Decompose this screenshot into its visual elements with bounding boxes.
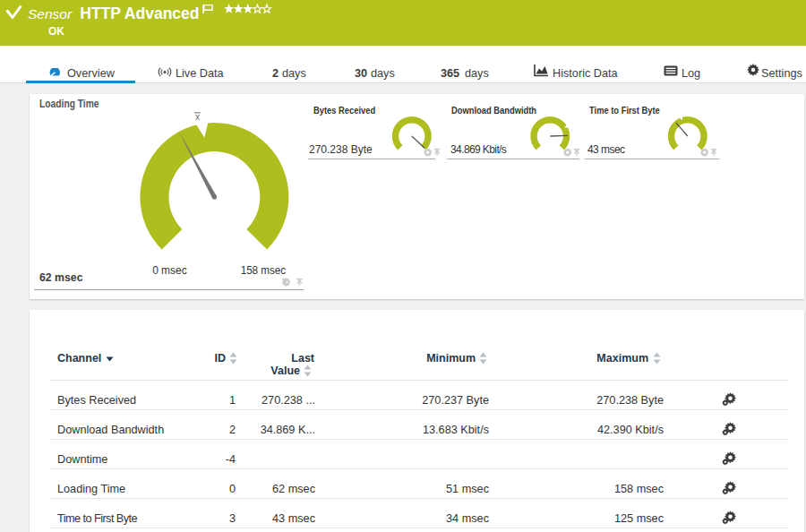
svg-text:x: x <box>195 112 200 122</box>
svg-text:158 msec: 158 msec <box>241 263 287 277</box>
svg-text:0 msec: 0 msec <box>152 263 187 277</box>
